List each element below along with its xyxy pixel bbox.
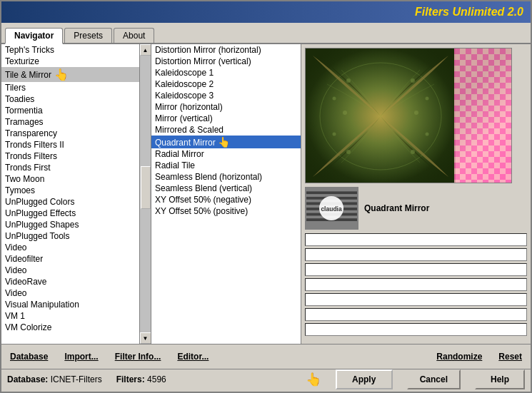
category-item-1[interactable]: Teph's Tricks bbox=[1, 44, 139, 56]
left-panel: Teph's TricksTexturizeTile & Mirror 👆Til… bbox=[1, 44, 151, 344]
category-item-22[interactable]: Video bbox=[1, 287, 139, 299]
param-row-5 bbox=[305, 293, 527, 306]
tab-navigator[interactable]: Navigator bbox=[5, 28, 63, 44]
reset-btn[interactable]: Reset bbox=[496, 350, 525, 363]
filter-item-2[interactable]: Distortion Mirror (vertical) bbox=[151, 56, 301, 67]
svg-text:claudia: claudia bbox=[321, 205, 342, 213]
scroll-up-btn[interactable]: ▲ bbox=[140, 44, 151, 56]
filter-item-11[interactable]: Radial Tile bbox=[151, 160, 301, 171]
thumbnail-row: claudia Quadrant Mirror bbox=[305, 187, 527, 230]
preview-image bbox=[305, 48, 512, 183]
filter-item-6[interactable]: Mirror (horizontal) bbox=[151, 101, 301, 113]
param-rows bbox=[305, 233, 527, 340]
tab-bar: Navigator Presets About bbox=[1, 23, 531, 44]
category-item-24[interactable]: VM 1 bbox=[1, 310, 139, 322]
filter-list[interactable]: Distortion Mirror (horizontal)Distortion… bbox=[151, 44, 301, 344]
filter-item-9[interactable]: Quadrant Mirror 👆 bbox=[151, 136, 301, 148]
param-row-7 bbox=[305, 323, 527, 336]
help-button[interactable]: Help bbox=[475, 369, 525, 389]
filter-item-13[interactable]: Seamless Blend (vertical) bbox=[151, 183, 301, 194]
category-item-6[interactable]: Tormentia bbox=[1, 105, 139, 116]
bottom-toolbar: Database Import... Filter Info... Editor… bbox=[1, 344, 531, 369]
filter-item-8[interactable]: Mirrored & Scaled bbox=[151, 124, 301, 136]
category-item-10[interactable]: Tronds Filters bbox=[1, 150, 139, 162]
category-item-5[interactable]: Toadies bbox=[1, 93, 139, 105]
status-bar: Database: ICNET-Filters Filters: 4596 👆 … bbox=[1, 369, 531, 389]
filter-item-1[interactable]: Distortion Mirror (horizontal) bbox=[151, 44, 301, 56]
category-item-14[interactable]: UnPlugged Colors bbox=[1, 196, 139, 208]
svg-rect-12 bbox=[306, 49, 456, 183]
category-item-25[interactable]: VM Colorize bbox=[1, 322, 139, 333]
category-item-17[interactable]: UnPlugged Tools bbox=[1, 230, 139, 242]
category-item-9[interactable]: Tronds Filters II bbox=[1, 139, 139, 150]
filter-name-label: Quadrant Mirror bbox=[364, 203, 429, 213]
param-row-3 bbox=[305, 263, 527, 276]
category-item-2[interactable]: Texturize bbox=[1, 56, 139, 67]
apply-button[interactable]: Apply bbox=[336, 369, 393, 389]
param-row-2 bbox=[305, 248, 527, 261]
category-item-7[interactable]: Tramages bbox=[1, 116, 139, 128]
category-item-12[interactable]: Two Moon bbox=[1, 173, 139, 185]
category-list[interactable]: Teph's TricksTexturizeTile & Mirror 👆Til… bbox=[1, 44, 139, 344]
filter-item-4[interactable]: Kaleidoscope 2 bbox=[151, 78, 301, 90]
category-item-4[interactable]: Tilers bbox=[1, 82, 139, 93]
editor-btn[interactable]: Editor... bbox=[174, 350, 211, 363]
cancel-button[interactable]: Cancel bbox=[407, 369, 461, 389]
category-item-16[interactable]: UnPlugged Shapes bbox=[1, 219, 139, 230]
randomize-btn[interactable]: Randomize bbox=[433, 350, 485, 363]
thumbnail-preview: claudia bbox=[305, 187, 358, 230]
filter-item-3[interactable]: Kaleidoscope 1 bbox=[151, 67, 301, 78]
main-content: Teph's TricksTexturizeTile & Mirror 👆Til… bbox=[1, 44, 531, 344]
category-item-23[interactable]: Visual Manipulation bbox=[1, 299, 139, 310]
filter-item-10[interactable]: Radial Mirror bbox=[151, 148, 301, 160]
filter-item-15[interactable]: XY Offset 50% (positive) bbox=[151, 205, 301, 217]
scroll-down-btn[interactable]: ▼ bbox=[140, 332, 151, 344]
filters-label: Filters: 4596 bbox=[116, 374, 166, 384]
tab-presets[interactable]: Presets bbox=[64, 28, 112, 43]
param-row-6 bbox=[305, 308, 527, 321]
filter-item-7[interactable]: Mirror (vertical) bbox=[151, 113, 301, 124]
filter-item-5[interactable]: Kaleidoscope 3 bbox=[151, 90, 301, 101]
import-btn[interactable]: Import... bbox=[61, 350, 101, 363]
title-bar: Filters Unlimited 2.0 bbox=[1, 1, 531, 23]
param-row-1 bbox=[305, 233, 527, 246]
category-item-11[interactable]: Tronds First bbox=[1, 162, 139, 173]
svg-rect-14 bbox=[306, 191, 357, 194]
filter-info-btn[interactable]: Filter Info... bbox=[112, 350, 164, 363]
cursor-icon: 👆 bbox=[306, 372, 321, 387]
database-label: Database: ICNET-Filters bbox=[7, 374, 102, 384]
right-panel: claudia Quadrant Mirror bbox=[301, 44, 531, 344]
category-item-13[interactable]: Tymoes bbox=[1, 185, 139, 196]
category-item-15[interactable]: UnPlugged Effects bbox=[1, 208, 139, 219]
tab-about[interactable]: About bbox=[114, 28, 154, 43]
category-item-18[interactable]: Video bbox=[1, 242, 139, 253]
app-title: Filters Unlimited 2.0 bbox=[415, 6, 523, 19]
category-item-8[interactable]: Transparency bbox=[1, 128, 139, 139]
filter-item-12[interactable]: Seamless Blend (horizontal) bbox=[151, 171, 301, 183]
category-item-3[interactable]: Tile & Mirror 👆 bbox=[1, 67, 139, 82]
filter-item-14[interactable]: XY Offset 50% (negative) bbox=[151, 194, 301, 205]
category-item-21[interactable]: VideoRave bbox=[1, 276, 139, 287]
database-btn[interactable]: Database bbox=[7, 350, 51, 363]
param-row-4 bbox=[305, 278, 527, 291]
category-item-19[interactable]: Videofilter bbox=[1, 253, 139, 265]
category-item-20[interactable]: Video bbox=[1, 265, 139, 276]
